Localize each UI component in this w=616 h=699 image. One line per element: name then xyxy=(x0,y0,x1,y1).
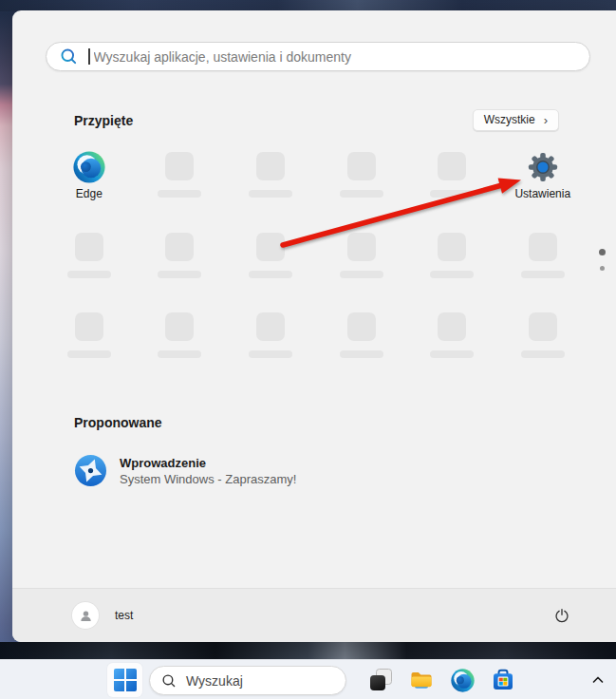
start-menu-panel: Przypięte Wszystkie › Edge Ustawienia xyxy=(12,10,616,642)
settings-gear-icon xyxy=(527,151,559,183)
pinned-placeholder xyxy=(225,310,316,390)
taskbar: Wyszukaj xyxy=(0,659,616,699)
pinned-placeholder xyxy=(316,310,407,390)
edge-icon xyxy=(451,669,475,692)
search-icon xyxy=(161,673,177,689)
pinned-app-label: Edge xyxy=(76,187,103,200)
power-button[interactable] xyxy=(546,599,578,632)
edge-taskbar-button[interactable] xyxy=(450,668,475,692)
task-view-button[interactable] xyxy=(368,668,393,692)
recommended-item-text: Wprowadzenie System Windows - Zapraszamy… xyxy=(120,455,296,487)
pinned-placeholder xyxy=(316,230,407,311)
file-explorer-icon xyxy=(409,668,434,692)
chevron-right-icon: › xyxy=(544,114,548,126)
pinned-app-settings[interactable]: Ustawienia xyxy=(497,149,588,230)
get-started-icon xyxy=(74,454,107,487)
pinned-placeholder xyxy=(406,149,497,230)
page-dot-current[interactable] xyxy=(599,249,606,255)
recommended-item-subtitle: System Windows - Zapraszamy! xyxy=(120,471,296,487)
pinned-placeholder xyxy=(406,310,497,390)
pinned-placeholder xyxy=(225,149,316,230)
all-apps-button[interactable]: Wszystkie › xyxy=(473,109,559,131)
start-button[interactable] xyxy=(107,663,142,697)
task-view-icon xyxy=(369,669,392,691)
windows-logo-icon xyxy=(114,669,137,691)
show-hidden-icons-button[interactable] xyxy=(588,671,607,690)
user-name-label: test xyxy=(115,609,133,622)
desktop: Przypięte Wszystkie › Edge Ustawienia xyxy=(0,0,616,699)
pinned-page-indicator[interactable] xyxy=(599,249,606,271)
pinned-placeholder xyxy=(316,149,407,230)
pinned-title: Przypięte xyxy=(74,113,133,128)
pinned-app-label: Ustawienia xyxy=(514,187,570,200)
search-icon xyxy=(60,47,78,66)
pinned-placeholder xyxy=(135,310,226,390)
chevron-up-icon xyxy=(590,672,606,688)
pinned-placeholder xyxy=(135,230,226,311)
microsoft-store-button[interactable] xyxy=(491,668,515,692)
start-search-input[interactable] xyxy=(90,49,590,65)
all-apps-label: Wszystkie xyxy=(484,113,535,126)
pinned-placeholder xyxy=(44,310,135,390)
start-menu-user-bar: test xyxy=(12,588,616,642)
taskbar-search-label: Wyszukaj xyxy=(186,673,243,689)
pinned-placeholder xyxy=(135,149,226,230)
taskbar-search-box[interactable]: Wyszukaj xyxy=(149,666,346,695)
pinned-placeholder xyxy=(497,230,588,311)
pinned-app-edge[interactable]: Edge xyxy=(44,149,135,230)
pinned-section-header: Przypięte Wszystkie › xyxy=(74,109,559,131)
desktop-wallpaper-bottom xyxy=(0,642,616,660)
pinned-apps-grid: Edge Ustawienia xyxy=(44,149,588,390)
recommended-item-title: Wprowadzenie xyxy=(120,455,296,471)
edge-icon xyxy=(73,151,105,183)
start-search-box[interactable] xyxy=(46,42,590,71)
pinned-placeholder xyxy=(225,230,316,311)
microsoft-store-icon xyxy=(491,668,515,692)
power-icon xyxy=(553,607,570,624)
user-account-button[interactable]: test xyxy=(72,602,133,629)
page-dot[interactable] xyxy=(600,266,605,271)
taskbar-app-icons xyxy=(368,668,515,692)
pinned-placeholder xyxy=(497,310,588,390)
recommended-title: Proponowane xyxy=(74,415,162,430)
recommended-item-get-started[interactable]: Wprowadzenie System Windows - Zapraszamy… xyxy=(71,451,299,490)
file-explorer-button[interactable] xyxy=(409,668,434,692)
pinned-placeholder xyxy=(44,230,135,311)
person-icon xyxy=(77,607,95,625)
user-avatar xyxy=(72,602,99,629)
pinned-placeholder xyxy=(406,230,497,311)
